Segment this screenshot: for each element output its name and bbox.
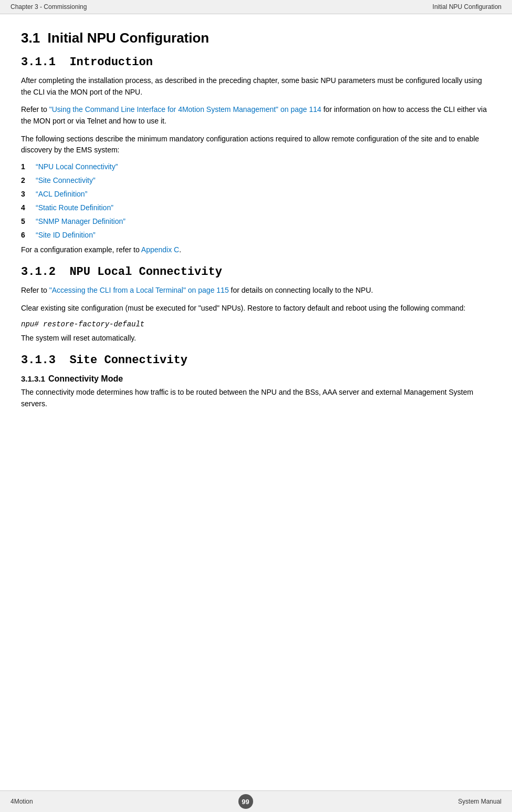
section-3-1-3-1-heading: 3.1.3.1Connectivity Mode (21, 374, 491, 384)
intro-para2-prefix: Refer to (21, 105, 49, 114)
header-right: Initial NPU Configuration (433, 3, 501, 11)
intro-para4-suffix: . (179, 245, 181, 254)
section-3-1-title: 3.1 Initial NPU Configuration (21, 30, 491, 46)
section-3-1-1-number: 3.1.1 (21, 56, 56, 69)
npu-para3: The system will reset automatically. (21, 333, 491, 344)
list-item-num: 5 (21, 217, 36, 225)
list-item: 1“NPU Local Connectivity” (21, 162, 491, 171)
intro-link-list: 1“NPU Local Connectivity”2“Site Connecti… (21, 162, 491, 239)
list-item-link[interactable]: “ACL Definition” (36, 190, 87, 198)
intro-para4: For a configuration example, refer to Ap… (21, 244, 491, 256)
connectivity-mode-para1: The connectivity mode determines how tra… (21, 387, 491, 409)
intro-para4-prefix: For a configuration example, refer to (21, 245, 141, 254)
list-item: 6“Site ID Definition” (21, 231, 491, 239)
list-item-num: 4 (21, 203, 36, 212)
list-item-link[interactable]: “Static Route Definition” (36, 203, 113, 212)
npu-para1-prefix: Refer to (21, 286, 49, 294)
page-content: 3.1 Initial NPU Configuration 3.1.1 Intr… (0, 14, 512, 426)
section-3-1-1-title: Introduction (69, 56, 152, 69)
section-3-1-3-number: 3.1.3 (21, 354, 56, 367)
list-item-link[interactable]: “Site ID Definition” (36, 231, 96, 239)
list-item-num: 2 (21, 176, 36, 184)
list-item-num: 1 (21, 162, 36, 171)
section-3-1-3-title: Site Connectivity (69, 354, 187, 367)
npu-code: npu# restore-factory-default (21, 320, 491, 328)
page-number: 99 (238, 794, 253, 809)
section-3-1-number: 3.1 (21, 30, 40, 46)
intro-para2: Refer to "Using the Command Line Interfa… (21, 104, 491, 127)
section-3-1-1-heading: 3.1.1 Introduction (21, 56, 491, 69)
list-item-link[interactable]: “SNMP Manager Definition” (36, 217, 126, 225)
list-item: 4“Static Route Definition” (21, 203, 491, 212)
list-item-num: 3 (21, 190, 36, 198)
cli-link[interactable]: "Using the Command Line Interface for 4M… (49, 105, 321, 114)
list-item: 3“ACL Definition” (21, 190, 491, 198)
header-left: Chapter 3 - Commissioning (11, 3, 87, 11)
section-3-1-label: Initial NPU Configuration (48, 30, 210, 46)
intro-para1: After completing the installation proces… (21, 75, 491, 98)
npu-para2: Clear existing site configuration (must … (21, 303, 491, 314)
section-3-1-2-heading: 3.1.2 NPU Local Connectivity (21, 265, 491, 279)
section-3-1-3-1-title: Connectivity Mode (48, 374, 123, 383)
section-3-1-3-1-number: 3.1.3.1 (21, 374, 45, 383)
section-3-1-2-number: 3.1.2 (21, 265, 56, 279)
local-terminal-link[interactable]: "Accessing the CLI from a Local Terminal… (49, 286, 229, 294)
list-item: 2“Site Connectivity” (21, 176, 491, 184)
npu-para1-suffix: for details on connecting locally to the… (229, 286, 373, 294)
section-3-1-2-title: NPU Local Connectivity (69, 265, 222, 279)
npu-para1: Refer to "Accessing the CLI from a Local… (21, 285, 491, 296)
appendix-c-link[interactable]: Appendix C (141, 245, 179, 254)
list-item-link[interactable]: “Site Connectivity” (36, 176, 96, 184)
list-item-num: 6 (21, 231, 36, 239)
section-3-1-3-heading: 3.1.3 Site Connectivity (21, 354, 491, 367)
footer-left: 4Motion (11, 798, 33, 805)
intro-para3: The following sections describe the mini… (21, 133, 491, 156)
footer-right: System Manual (458, 798, 501, 805)
page-header: Chapter 3 - Commissioning Initial NPU Co… (0, 0, 512, 14)
list-item-link[interactable]: “NPU Local Connectivity” (36, 162, 118, 171)
page-footer: 4Motion 99 System Manual (0, 790, 512, 812)
list-item: 5“SNMP Manager Definition” (21, 217, 491, 225)
